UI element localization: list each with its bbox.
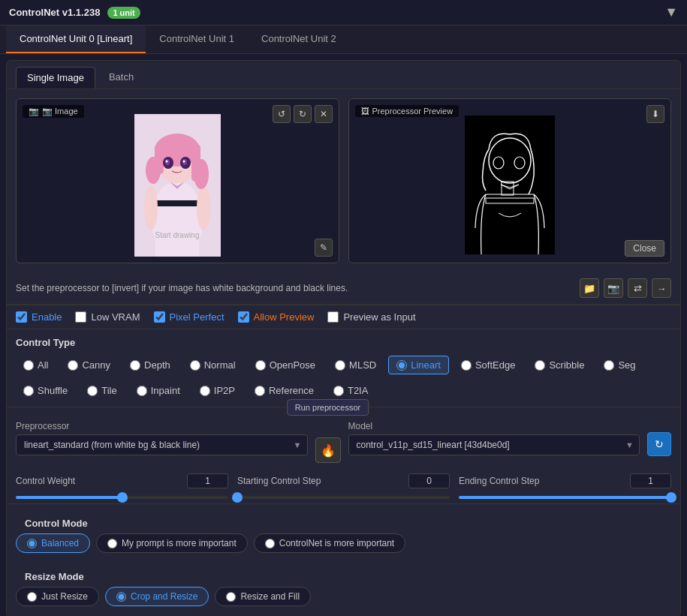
svg-point-11	[146, 157, 161, 184]
run-preprocessor-container: Run preprocessor 🔥	[315, 425, 341, 463]
run-preprocessor-button[interactable]: 🔥	[315, 437, 341, 463]
app-title: ControlNet v1.1.238	[9, 7, 100, 18]
control-type-group: All Canny Depth Normal OpenPose MLSD Lin…	[7, 353, 680, 382]
resize-mode-options: Just Resize Crop and Resize Resize and F…	[16, 587, 671, 606]
draw-button[interactable]: ✎	[315, 239, 333, 257]
camera-icon-btn[interactable]: 📷	[604, 278, 623, 298]
resize-fill-label: Resize and Fill	[240, 591, 300, 602]
model-field: Model control_v11p_sd15_lineart [43d4be0…	[348, 421, 640, 455]
redo-button[interactable]: ↻	[294, 105, 312, 123]
starting-step-value[interactable]	[408, 473, 450, 488]
radio-scribble[interactable]: Scribble	[527, 356, 592, 374]
preprocessor-label: Preprocessor	[16, 421, 308, 431]
control-weight-value[interactable]	[187, 473, 228, 488]
svg-point-17	[165, 161, 167, 163]
resize-resize-fill[interactable]: Resize and Fill	[215, 587, 311, 606]
download-button[interactable]: ⬇	[646, 105, 664, 123]
radio-reference[interactable]: Reference	[247, 382, 321, 399]
radio-mlsd[interactable]: MLSD	[327, 356, 384, 374]
model-select[interactable]: control_v11p_sd15_lineart [43d4be0d]	[348, 434, 640, 455]
radio-lineart[interactable]: Lineart	[388, 356, 449, 374]
info-text-row: Set the preprocessor to [invert] if your…	[7, 272, 680, 304]
header: ControlNet v1.1.238 1 unit ▼	[0, 0, 687, 26]
sub-tab-single[interactable]: Single Image	[16, 67, 95, 89]
tab-unit2[interactable]: ControlNet Unit 2	[248, 26, 350, 53]
preprocessor-select-wrapper: lineart_standard (from white bg & black …	[16, 434, 308, 455]
preprocessor-model-row: Preprocessor lineart_standard (from whit…	[7, 407, 680, 469]
swap-icon-btn[interactable]: ⇄	[628, 278, 647, 298]
menu-icon[interactable]: ▼	[664, 5, 678, 20]
sub-tab-batch[interactable]: Batch	[98, 67, 144, 89]
low-vram-checkbox[interactable]: Low VRAM	[75, 311, 140, 323]
resize-crop-resize[interactable]: Crop and Resize	[105, 587, 209, 606]
camera-icon: 📷	[29, 107, 39, 116]
radio-shuffle[interactable]: Shuffle	[16, 382, 75, 399]
close-button[interactable]: Close	[625, 240, 664, 257]
undo-button[interactable]: ↺	[273, 105, 291, 123]
close-image-button[interactable]: ✕	[315, 105, 333, 123]
resize-just-resize[interactable]: Just Resize	[16, 587, 99, 606]
control-weight-slider-wrap	[16, 496, 228, 499]
header-left: ControlNet v1.1.238 1 unit	[9, 7, 140, 19]
info-icons: 📁 📷 ⇄ →	[580, 278, 671, 298]
image-area: 📷 📷 Image ↺ ↻ ✕	[7, 89, 680, 272]
control-mode-balanced[interactable]: Balanced	[16, 533, 90, 553]
image-label: 📷 📷 Image	[23, 105, 84, 118]
ending-step-group: Ending Control Step	[459, 473, 671, 499]
radio-inpaint[interactable]: Inpaint	[129, 382, 188, 399]
pixel-perfect-label: Pixel Perfect	[170, 311, 224, 323]
radio-canny[interactable]: Canny	[60, 356, 118, 374]
tab-unit1[interactable]: ControlNet Unit 1	[146, 26, 248, 53]
radio-softedge[interactable]: SoftEdge	[453, 356, 523, 374]
control-mode-my-prompt[interactable]: My prompt is more important	[96, 533, 248, 553]
controlnet-panel: Single Image Batch 📷 📷 Image ↺ ↻ ✕	[6, 60, 681, 616]
svg-point-12	[194, 159, 209, 189]
run-preprocessor-tooltip: Run preprocessor	[287, 399, 369, 416]
send-icon-btn[interactable]: →	[652, 278, 671, 298]
preview-as-input-checkbox[interactable]: Preview as Input	[327, 311, 415, 323]
sub-tabs: Single Image Batch	[7, 61, 680, 89]
low-vram-label: Low VRAM	[91, 311, 140, 323]
radio-tile[interactable]: Tile	[80, 382, 124, 399]
control-mode-options: Balanced My prompt is more important Con…	[16, 533, 671, 553]
svg-rect-21	[465, 116, 555, 254]
enable-label: Enable	[32, 311, 62, 323]
allow-preview-checkbox[interactable]: Allow Preview	[238, 311, 315, 323]
pixel-perfect-checkbox[interactable]: Pixel Perfect	[154, 311, 224, 323]
preview-as-input-label: Preview as Input	[343, 311, 415, 323]
radio-depth[interactable]: Depth	[122, 356, 178, 374]
my-prompt-label: My prompt is more important	[122, 538, 237, 548]
svg-point-5	[197, 185, 210, 230]
preprocessor-field: Preprocessor lineart_standard (from whit…	[16, 421, 308, 455]
radio-t2ia[interactable]: T2IA	[326, 382, 375, 399]
ending-step-value[interactable]	[630, 473, 671, 488]
preview-icon: 🖼	[361, 107, 369, 116]
just-resize-label: Just Resize	[41, 591, 88, 602]
radio-ip2p[interactable]: IP2P	[192, 382, 243, 399]
info-text: Set the preprocessor to [invert] if your…	[16, 283, 348, 293]
model-refresh-button[interactable]: ↻	[647, 432, 671, 456]
radio-seg[interactable]: Seg	[596, 356, 643, 374]
svg-point-18	[182, 161, 185, 163]
starting-step-group: Starting Control Step	[237, 473, 450, 499]
image-controls: ↺ ↻ ✕	[273, 105, 333, 123]
sliders-row: Control Weight Starting Control Step	[7, 469, 680, 503]
image-upload-box[interactable]: 📷 📷 Image ↺ ↻ ✕	[16, 98, 339, 263]
tab-unit0[interactable]: ControlNet Unit 0 [Lineart]	[6, 26, 146, 53]
preprocessor-preview-label: 🖼 Preprocessor Preview	[355, 105, 460, 117]
enable-checkbox[interactable]: Enable	[16, 311, 62, 323]
radio-normal[interactable]: Normal	[182, 356, 243, 374]
control-mode-controlnet[interactable]: ControlNet is more important	[254, 533, 405, 553]
control-mode-title: Control Mode	[16, 510, 671, 533]
radio-openpose[interactable]: OpenPose	[248, 356, 323, 374]
ending-step-label: Ending Control Step	[459, 476, 539, 486]
svg-point-4	[144, 185, 158, 230]
preprocessor-select[interactable]: lineart_standard (from white bg & black …	[16, 434, 308, 455]
folder-icon-btn[interactable]: 📁	[580, 278, 599, 298]
allow-preview-label: Allow Preview	[254, 311, 315, 323]
crop-resize-label: Crop and Resize	[131, 591, 197, 602]
options-row: Enable Low VRAM Pixel Perfect Allow Prev…	[7, 305, 680, 329]
radio-all[interactable]: All	[16, 356, 56, 374]
control-type-title: Control Type	[7, 329, 680, 353]
model-select-wrapper: control_v11p_sd15_lineart [43d4be0d] ▼	[348, 434, 640, 455]
